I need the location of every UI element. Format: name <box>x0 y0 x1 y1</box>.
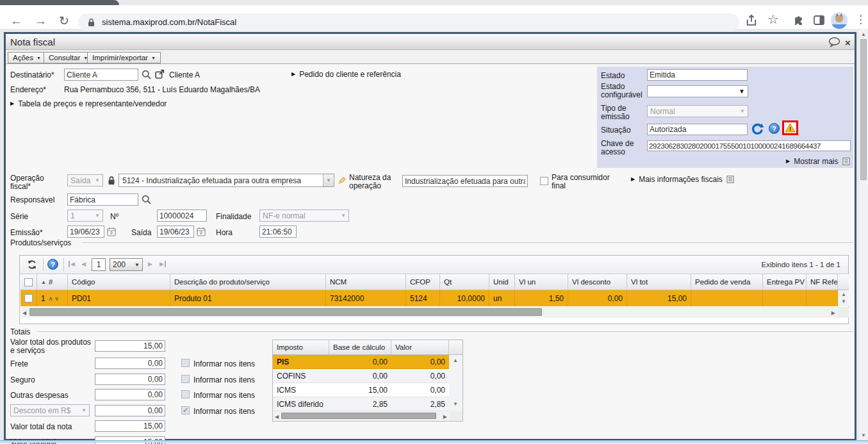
grid-help-icon[interactable]: ? <box>47 259 58 270</box>
imposto-col-header[interactable]: Imposto <box>273 340 329 355</box>
col-header-vl-un[interactable]: Vl un <box>515 274 568 290</box>
imposto-row-name[interactable]: PIS <box>273 355 329 369</box>
destinatario-input[interactable] <box>64 69 138 81</box>
numero-input[interactable] <box>157 210 207 222</box>
url-bar[interactable]: sistema.maxiprod.com.br/NotaFiscal <box>78 13 739 31</box>
close-icon[interactable]: × <box>845 37 851 49</box>
select-all-checkbox[interactable] <box>24 278 33 286</box>
reload-icon[interactable]: ↻ <box>59 15 69 27</box>
page-first-icon[interactable]: ◀ <box>69 261 75 267</box>
outras-despesas-input[interactable] <box>95 389 165 400</box>
vscroll-thumb[interactable] <box>860 39 867 180</box>
cell-codigo[interactable]: PD01 <box>68 290 170 306</box>
move-up-icon[interactable]: ∧ <box>49 295 53 302</box>
search-icon[interactable] <box>142 70 151 79</box>
col-header-vl-desconto[interactable]: Vl desconto <box>568 274 627 290</box>
page-next-icon[interactable]: ▶ <box>148 261 152 267</box>
total-produtos-input[interactable] <box>95 340 165 352</box>
frete-input[interactable] <box>95 358 165 369</box>
scroll-down-icon[interactable]: ▼ <box>453 401 458 407</box>
valor-total-nota-input[interactable] <box>95 420 165 432</box>
consumidor-final-checkbox[interactable] <box>540 177 548 185</box>
forward-icon[interactable]: → <box>35 15 47 27</box>
help-icon[interactable]: ? <box>769 123 780 134</box>
expander-mais-informacoes-fiscais[interactable]: ▶Mais informações fiscais <box>631 175 734 184</box>
cell-vl-tot[interactable]: 15,00 <box>627 290 691 306</box>
expander-pedido-cliente[interactable]: ▶Pedido do cliente e referência <box>291 70 401 79</box>
side-panel-icon[interactable] <box>814 15 824 25</box>
scroll-right-icon[interactable]: ▶ <box>443 414 447 420</box>
imposto-row-valor[interactable]: 2,85 <box>391 397 449 411</box>
cell-vl-desconto[interactable]: 0,00 <box>568 290 627 306</box>
expander-tabela-precos[interactable]: ▶Tabela de preços e representante/vended… <box>10 99 167 108</box>
seguro-input[interactable] <box>95 374 165 385</box>
cell-qt[interactable]: 10,0000 <box>440 290 489 306</box>
hscroll-thumb[interactable] <box>281 413 436 419</box>
menu-consultar[interactable]: Consultar▼ <box>44 52 93 63</box>
grid-refresh-icon[interactable] <box>26 259 38 270</box>
scroll-down-icon[interactable]: ▼ <box>841 299 846 304</box>
impostos-vscroll[interactable]: ▲ ▼ <box>449 355 463 411</box>
desconto-input[interactable] <box>95 405 165 416</box>
col-header-nf-refer[interactable]: NF Refer <box>807 274 838 290</box>
hora-input[interactable] <box>259 226 297 238</box>
valor-col-header[interactable]: Valor <box>391 340 449 355</box>
browser-vscrollbar[interactable]: ▲ ▼ <box>859 29 868 441</box>
col-header-num[interactable]: ▲# <box>37 274 68 290</box>
desconto-informar-checkbox[interactable] <box>181 406 190 415</box>
cell-unid[interactable]: un <box>489 290 515 306</box>
imposto-row-valor[interactable]: 0,00 <box>391 383 449 397</box>
col-header-descricao[interactable]: Descrição do produto/serviço <box>170 274 326 290</box>
impostos-hscrollbar[interactable]: ◀ ▶ <box>273 411 449 421</box>
col-header-codigo[interactable]: Código <box>68 274 170 290</box>
cell-num[interactable]: 1∧∨ <box>37 290 68 306</box>
imposto-row-name[interactable]: ICMS diferido <box>273 397 329 411</box>
warning-icon-highlighted[interactable]: ! <box>782 120 798 135</box>
cell-nf-refer[interactable] <box>807 290 838 306</box>
imposto-row-base[interactable]: 0,00 <box>329 355 391 369</box>
imposto-row-name[interactable]: COFINS <box>273 369 329 383</box>
scroll-up-icon[interactable]: ▲ <box>861 31 866 37</box>
col-header-entrega-pv[interactable]: Entrega PV <box>763 274 807 290</box>
col-header-unid[interactable]: Unid <box>489 274 515 290</box>
browser-tab[interactable] <box>0 0 119 5</box>
share-icon[interactable] <box>745 14 758 27</box>
natureza-operacao-input[interactable] <box>402 175 528 187</box>
saida-input[interactable] <box>157 226 194 238</box>
imposto-row-base[interactable]: 0,00 <box>329 369 391 383</box>
hscroll-thumb[interactable] <box>29 308 542 316</box>
seguro-informar-checkbox[interactable] <box>181 375 190 383</box>
estado-input[interactable] <box>647 69 748 81</box>
cell-vl-un[interactable]: 1,50 <box>515 290 568 306</box>
col-header-cfop[interactable]: CFOP <box>406 274 440 290</box>
edit-pencil-icon[interactable]: ✎ <box>338 175 346 187</box>
menu-imprimir-exportar[interactable]: Imprimir/exportar▼ <box>87 52 161 63</box>
cell-entrega-pv[interactable] <box>763 290 807 306</box>
estado-configuravel-select[interactable]: ▼ <box>647 85 748 97</box>
imposto-row-name[interactable]: ICMS <box>273 383 329 397</box>
mostrar-mais-link[interactable]: ▶Mostrar mais <box>786 157 850 166</box>
imposto-row-base[interactable]: 15,00 <box>329 383 391 397</box>
bookmark-star-icon[interactable]: ☆ <box>767 13 779 26</box>
col-header-pedido-venda[interactable]: Pedido de venda <box>691 274 763 290</box>
search-icon[interactable] <box>142 195 151 204</box>
imposto-row-valor[interactable]: 0,00 <box>391 355 449 369</box>
situacao-input[interactable] <box>647 124 748 135</box>
browser-menu-dots-icon[interactable]: ⋮ <box>855 13 866 26</box>
calendar-icon[interactable]: 8 <box>107 227 116 236</box>
col-header-qt[interactable]: Qt <box>440 274 489 290</box>
page-last-icon[interactable]: ▶ <box>160 261 166 267</box>
cell-cfop[interactable]: 5124 <box>406 290 440 306</box>
page-prev-icon[interactable]: ◀ <box>81 261 86 267</box>
page-number-input[interactable] <box>92 258 106 271</box>
col-header-ncm[interactable]: NCM <box>326 274 406 290</box>
cell-pedido-venda[interactable] <box>691 290 763 306</box>
row-vscroll[interactable]: ▲ ▼ <box>838 290 849 306</box>
scroll-up-icon[interactable]: ▲ <box>841 292 846 297</box>
extensions-puzzle-icon[interactable] <box>793 15 804 26</box>
browser-profile-avatar[interactable] <box>831 12 848 29</box>
col-header-vl-tot[interactable]: Vl tot <box>627 274 691 290</box>
base-calculo-col-header[interactable]: Base de cálculo <box>329 340 391 355</box>
calendar-icon[interactable]: 8 <box>197 227 206 236</box>
grid-hscrollbar[interactable]: ◀ ▶ <box>20 307 838 318</box>
